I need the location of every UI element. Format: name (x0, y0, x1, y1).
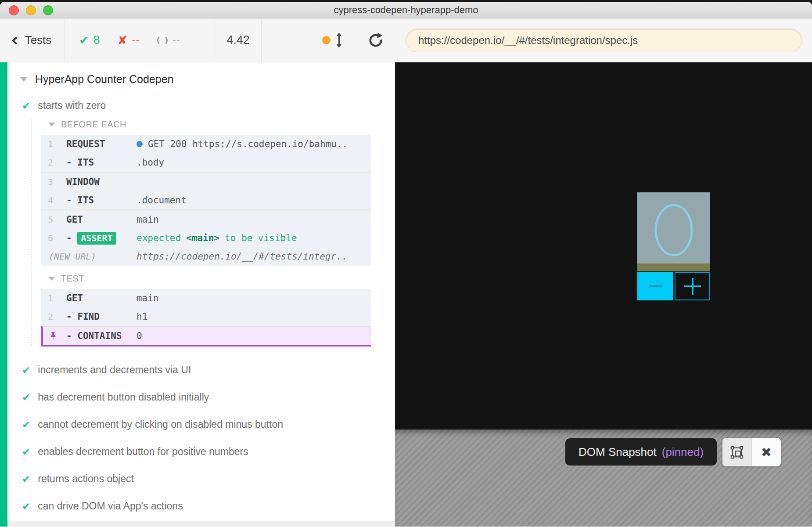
url-bar[interactable]: https://codepen.io/__/#/tests/integratio… (406, 29, 802, 52)
command-name: - FIND (66, 311, 137, 322)
pin-cell[interactable] (43, 331, 66, 341)
test-item-label: cannot decrement by clicking on disabled… (38, 419, 283, 430)
check-icon: ✔ (22, 419, 30, 430)
test-item[interactable]: ✔ returns actions object (7, 473, 395, 485)
test-item[interactable]: ✔ has decrement button disabled initiall… (7, 391, 395, 403)
reporter-panel: HyperApp Counter Codepen ✔ starts with z… (0, 62, 395, 527)
caret-down-icon (20, 77, 28, 82)
pin-icon (48, 331, 58, 341)
x-icon: ✘ (118, 33, 128, 47)
command-row-get-main[interactable]: 5 GET main (41, 210, 371, 229)
caret-down-icon (48, 277, 55, 281)
command-message: main (137, 214, 371, 225)
child-command-dash: - (66, 233, 72, 243)
horizontal-scrollbar[interactable] (7, 521, 395, 527)
command-row-its-body[interactable]: 2 - ITS .body (41, 153, 371, 172)
pending-circle-icon (157, 35, 168, 46)
test-item-label: enables decrement button for positive nu… (38, 446, 248, 458)
test-title-label: starts with zero (38, 100, 106, 112)
command-number: 1 (41, 139, 66, 149)
command-row-its-document[interactable]: 4 - ITS .document (41, 191, 371, 209)
command-number: 5 (41, 214, 66, 225)
passed-tests-list: ✔ increments and decrements via UI ✔ has… (7, 364, 395, 527)
test-item[interactable]: ✔ can drive DOM via App's actions (7, 500, 395, 512)
command-number: 3 (41, 177, 66, 187)
command-row-assert[interactable]: 6 - ASSERT expected <main> to be visible (41, 229, 371, 247)
aut-panel: DOM Snapshot (pinned) (395, 62, 812, 527)
back-to-tests-button[interactable]: Tests (0, 18, 65, 62)
test-item[interactable]: ✔ increments and decrements via UI (7, 364, 395, 376)
request-status-dot-icon (137, 141, 143, 147)
command-number: 2 (41, 157, 66, 168)
test-item[interactable]: ✔ cannot decrement by clicking on disabl… (7, 419, 395, 430)
command-message-text: GET 200 https://s.codepen.io/bahmu.. (148, 139, 348, 149)
test-hook-header[interactable]: TEST (48, 274, 395, 284)
before-each-header[interactable]: BEFORE EACH (48, 119, 395, 130)
command-row-new-url[interactable]: (NEW URL) https://codepen.io/__/#/tests/… (41, 247, 371, 266)
window-title: cypress-codepen-hyperapp-demo (0, 4, 812, 16)
titlebar: cypress-codepen-hyperapp-demo (0, 2, 812, 18)
command-group: 1 GET main 2 - FIND h1 (41, 289, 371, 326)
test-item[interactable]: ✔ enables decrement button for positive … (7, 446, 395, 458)
before-each-label: BEFORE EACH (61, 119, 126, 130)
command-message: .document (137, 195, 371, 206)
command-message: h1 (137, 311, 371, 322)
command-row-get-main[interactable]: 1 GET main (41, 289, 371, 307)
plus-icon (684, 285, 701, 287)
counter-display (637, 192, 710, 264)
command-number: 1 (41, 293, 66, 303)
command-row-find-h1[interactable]: 2 - FIND h1 (41, 307, 371, 326)
command-name: GET (66, 214, 137, 225)
assert-badge: ASSERT (77, 232, 116, 245)
decrement-button[interactable] (637, 272, 673, 300)
highlight-elements-button[interactable] (722, 438, 752, 466)
refresh-button[interactable] (368, 32, 384, 48)
command-row-contains-pinned[interactable]: - CONTAINS 0 (43, 327, 371, 345)
command-row-window[interactable]: 3 WINDOW (41, 173, 371, 191)
check-icon: ✔ (79, 33, 89, 47)
aut-viewport (395, 62, 812, 430)
pending-count: -- (172, 33, 180, 47)
assert-message: expected <main> to be visible (137, 233, 371, 243)
command-group: 1 REQUEST GET 200 https://s.codepen.io/b… (41, 135, 371, 172)
test-hook-label: TEST (61, 274, 84, 284)
test-starts-with-zero[interactable]: ✔ starts with zero (7, 100, 395, 112)
stat-pending: -- (157, 33, 180, 47)
command-group: 5 GET main 6 - ASSERT expected (41, 209, 371, 266)
url-text: https://codepen.io/__/#/tests/integratio… (418, 34, 638, 47)
close-icon: ✖ (761, 445, 772, 460)
command-name: WINDOW (66, 177, 137, 187)
resize-vertical-icon (336, 32, 342, 48)
assert-suffix: to be visible (225, 233, 297, 243)
viewport-scale-indicator[interactable] (322, 32, 342, 48)
suite-header[interactable]: HyperApp Counter Codepen (7, 62, 395, 86)
unpin-snapshot-button[interactable]: ✖ (752, 438, 781, 466)
command-name: REQUEST (66, 139, 137, 149)
counter-divider-strip (637, 264, 710, 271)
new-url-label: (NEW URL) (41, 251, 137, 262)
test-item-label: can drive DOM via App's actions (38, 500, 183, 512)
failed-count: -- (132, 33, 140, 47)
increment-button[interactable] (675, 272, 710, 300)
command-name: GET (66, 293, 137, 303)
test-item-label: returns actions object (38, 473, 134, 485)
snapshot-label: DOM Snapshot (578, 445, 657, 459)
passed-count: 8 (93, 33, 100, 47)
command-message: GET 200 https://s.codepen.io/bahmu.. (137, 139, 371, 149)
main-split: HyperApp Counter Codepen ✔ starts with z… (0, 62, 812, 527)
command-number: 2 (41, 311, 66, 322)
test-item-label: has decrement button disabled initially (38, 391, 209, 403)
check-icon: ✔ (22, 446, 30, 458)
snapshot-pinned-state: (pinned) (662, 445, 704, 459)
stat-failed: ✘ -- (118, 33, 140, 47)
snapshot-backdrop: DOM Snapshot (pinned) (395, 430, 812, 527)
snapshot-controls: ✖ (722, 438, 781, 466)
command-row-request[interactable]: 1 REQUEST GET 200 https://s.codepen.io/b… (41, 135, 371, 153)
check-icon: ✔ (22, 100, 30, 112)
command-name: - ITS (66, 195, 137, 206)
toolbar: Tests ✔ 8 ✘ -- -- 4.42 (0, 18, 812, 62)
caret-down-icon (48, 123, 55, 126)
command-group: 3 WINDOW 4 - ITS .document (41, 172, 371, 209)
counter-buttons (637, 272, 710, 300)
test-detail-body: BEFORE EACH 1 REQUEST GET 200 https://s.… (31, 119, 395, 347)
